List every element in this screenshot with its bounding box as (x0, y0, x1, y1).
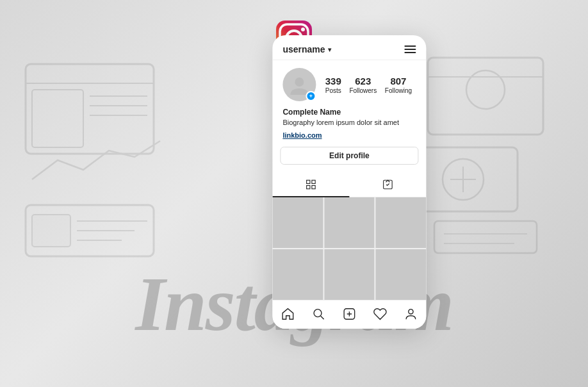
phone-card: username ▾ + 339 Posts 623 (272, 35, 426, 329)
edit-profile-button[interactable]: Edit profile (280, 147, 418, 165)
stats-numbers: 339 Posts 623 Followers 807 Following (321, 76, 416, 94)
username-row[interactable]: username ▾ (282, 44, 331, 54)
followers-stat[interactable]: 623 Followers (349, 76, 377, 94)
svg-rect-2 (32, 90, 83, 147)
nav-search-button[interactable] (303, 307, 334, 321)
nav-profile-button[interactable] (395, 307, 426, 321)
photo-grid (272, 197, 426, 299)
full-name: Complete Name (282, 108, 416, 117)
followers-label: Followers (349, 87, 377, 94)
profile-header: username ▾ (272, 35, 426, 60)
svg-rect-30 (312, 186, 315, 189)
svg-point-32 (314, 309, 322, 317)
following-label: Following (385, 87, 412, 94)
tabs-row (272, 172, 426, 197)
hamburger-line-2 (404, 49, 416, 50)
svg-point-26 (295, 78, 304, 86)
svg-rect-18 (434, 221, 537, 253)
nav-home-button[interactable] (272, 307, 303, 321)
following-count: 807 (390, 76, 406, 87)
svg-rect-11 (428, 58, 543, 135)
tab-grid[interactable] (272, 172, 349, 197)
chevron-down-icon: ▾ (328, 46, 331, 53)
bg-illustration-left (19, 51, 199, 276)
grid-cell-6[interactable] (376, 249, 427, 300)
hamburger-menu-icon[interactable] (404, 45, 416, 53)
avatar-container[interactable]: + (282, 68, 316, 101)
svg-point-24 (301, 28, 305, 31)
grid-cell-5[interactable] (324, 249, 375, 300)
svg-rect-7 (32, 215, 70, 247)
bottom-nav (272, 300, 426, 329)
stats-row: + 339 Posts 623 Followers 807 Following (272, 60, 426, 106)
bg-illustration-right (402, 51, 569, 256)
tab-tagged[interactable] (349, 172, 426, 197)
followers-count: 623 (355, 76, 371, 87)
posts-label: Posts (325, 87, 341, 94)
svg-rect-0 (26, 64, 154, 154)
bio-text: Biography lorem ipsum dolor sit amet (282, 118, 416, 128)
posts-stat[interactable]: 339 Posts (325, 76, 341, 94)
hamburger-line-1 (404, 45, 416, 47)
posts-count: 339 (325, 76, 341, 87)
svg-line-33 (321, 316, 324, 319)
following-stat[interactable]: 807 Following (385, 76, 412, 94)
grid-cell-1[interactable] (272, 197, 323, 248)
svg-rect-28 (312, 181, 315, 184)
svg-rect-27 (307, 181, 310, 184)
nav-add-button[interactable] (334, 307, 364, 321)
add-story-button[interactable]: + (306, 91, 316, 101)
grid-cell-3[interactable] (376, 197, 427, 248)
username-text: username (282, 44, 325, 54)
hamburger-line-3 (404, 52, 416, 53)
bio-link[interactable]: linkbio.com (282, 131, 322, 139)
grid-cell-2[interactable] (324, 197, 375, 248)
nav-likes-button[interactable] (364, 307, 395, 321)
svg-rect-29 (307, 186, 310, 189)
grid-cell-4[interactable] (272, 249, 323, 300)
svg-point-37 (409, 309, 413, 313)
bio-section: Complete Name Biography lorem ipsum dolo… (272, 106, 426, 147)
